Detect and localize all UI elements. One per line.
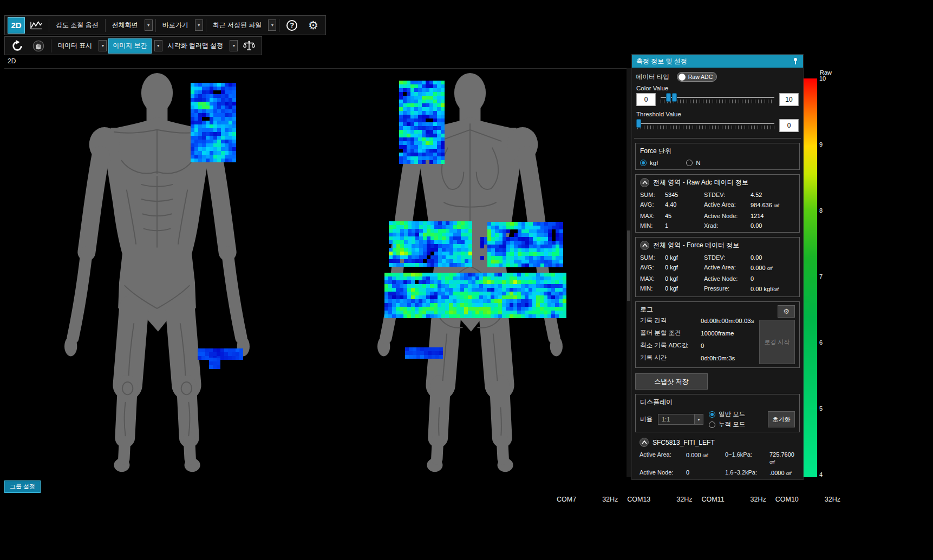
radio-selected-icon	[640, 160, 647, 166]
com-port-status: COM11 32Hz	[701, 496, 766, 503]
log-row-label: 기록 시간	[640, 354, 701, 362]
log-settings-button[interactable]: ⚙	[778, 305, 795, 318]
color-range-handle-high[interactable]	[672, 93, 677, 102]
body-map-view[interactable]	[4, 68, 627, 477]
colorbar-tick-label: 9	[819, 141, 826, 148]
stat-value: 725.7600 ㎠	[769, 451, 795, 466]
force-unit-n-option[interactable]: N	[686, 160, 700, 166]
shortcut-dropdown[interactable]: ▼	[195, 19, 203, 31]
threshold-slider[interactable]	[636, 118, 775, 133]
group-settings-button[interactable]: 그룹 설정	[4, 480, 41, 493]
stat-label: 1.6~3.2kPa:	[725, 469, 769, 477]
stat-label: MAX:	[640, 213, 665, 219]
chevron-down-icon: ▼	[270, 23, 274, 27]
color-min-input[interactable]	[636, 93, 656, 106]
stat-label: Active Node:	[704, 213, 751, 219]
log-row-value: 10000frame	[701, 330, 734, 337]
log-row: 기록 간격 0d.00h:00m:00.03s	[640, 314, 756, 327]
image-interpolation-dropdown[interactable]: ▼	[154, 40, 162, 51]
log-row-label: 기록 간격	[640, 317, 701, 325]
save-snapshot-button[interactable]: 스냅샷 저장	[635, 373, 708, 390]
color-max-input[interactable]	[779, 93, 799, 106]
colorbar-tick-label: 10	[819, 75, 826, 82]
com-port-rate: 32Hz	[825, 496, 840, 503]
force-unit-kgf-label: kgf	[650, 160, 658, 166]
slider-ticks	[637, 126, 774, 129]
chevron-up-icon	[642, 181, 648, 185]
cumulative-mode-label: 누적 모드	[719, 420, 745, 429]
colorbar	[804, 78, 817, 477]
colorbar-tick-label: 5	[819, 405, 826, 412]
start-logging-button[interactable]: 로깅 시작	[759, 320, 795, 364]
image-interpolation-button[interactable]: 이미지 보간	[108, 38, 151, 54]
cumulative-mode-option[interactable]: 누적 모드	[709, 420, 745, 429]
log-row-value: 0	[701, 342, 704, 349]
recent-files-button[interactable]: 최근 저장된 파일	[209, 18, 266, 33]
com-port-status: COM10 32Hz	[775, 496, 840, 503]
color-range-slider[interactable]	[660, 93, 775, 107]
force-unit-kgf-option[interactable]: kgf	[640, 160, 658, 166]
stat-value: 0.000 ㎠	[686, 451, 725, 466]
toolbar-separator	[155, 19, 156, 32]
pin-icon[interactable]	[792, 57, 799, 65]
log-row: 기록 시간 0d:0h:0m:3s	[640, 352, 756, 364]
divider	[634, 138, 801, 139]
fullscreen-dropdown[interactable]: ▼	[145, 19, 153, 31]
refresh-button[interactable]	[8, 38, 27, 54]
ratio-label: 비율	[640, 416, 653, 424]
log-section: 로그 기록 간격 0d.00h:00m:00.03s 폴더 분할 조건 1000…	[635, 301, 800, 368]
slider-track	[661, 97, 774, 98]
stat-value: 0	[686, 469, 725, 477]
data-display-button[interactable]: 데이터 표시	[54, 38, 96, 54]
calibration-button[interactable]	[239, 38, 259, 54]
data-display-dropdown[interactable]: ▼	[99, 40, 107, 51]
collapse-button[interactable]	[640, 178, 649, 187]
help-button[interactable]: ?	[282, 18, 302, 33]
force-unit-n-label: N	[696, 160, 700, 166]
force-info-section: 전체 영역 - Force 데이터 정보 SUM: 0 kgf STDEV: 0…	[635, 237, 800, 297]
gear-icon: ⚙	[783, 307, 790, 315]
data-type-toggle[interactable]: Raw ADC	[677, 72, 717, 82]
view-scrollbar[interactable]	[627, 68, 631, 477]
reset-button[interactable]: 초기화	[768, 411, 795, 427]
com-port-status: COM7 32Hz	[557, 496, 618, 503]
colormap-settings-button[interactable]: 시각화 컬러맵 설정	[164, 38, 227, 54]
normal-mode-option[interactable]: 일반 모드	[709, 410, 745, 418]
chevron-up-icon	[642, 440, 647, 444]
threshold-handle[interactable]	[636, 119, 641, 128]
stat-label: AVG:	[640, 201, 665, 209]
waveform-view-button[interactable]	[27, 18, 46, 33]
radio-selected-icon	[709, 411, 715, 418]
collapse-button[interactable]	[640, 438, 649, 447]
color-range-handle-low[interactable]	[666, 93, 671, 102]
view-tab-2d[interactable]: 2D	[8, 57, 16, 65]
ratio-select[interactable]: 1:1 ▼	[658, 414, 703, 425]
threshold-input[interactable]	[779, 119, 799, 132]
settings-button[interactable]: ⚙	[303, 18, 323, 33]
data-type-value: Raw ADC	[688, 74, 713, 80]
log-row-label: 최소 기록 ADC값	[640, 341, 701, 350]
colormap-dropdown[interactable]: ▼	[230, 40, 238, 51]
stat-label: SUM:	[640, 254, 665, 261]
stat-label: Active Node:	[704, 275, 751, 282]
view-2d-button[interactable]: 2D	[8, 17, 25, 34]
shortcut-button[interactable]: 바로가기	[159, 18, 192, 33]
log-row-value: 0d:0h:0m:3s	[701, 355, 735, 361]
colorbar-tick-label: 4	[819, 471, 826, 478]
toggle-knob	[678, 74, 686, 81]
com-port-rate: 32Hz	[751, 496, 766, 503]
stat-value: 0 kgf	[665, 254, 704, 261]
sensitivity-options-button[interactable]: 감도 조절 옵션	[52, 18, 102, 33]
collapse-button[interactable]	[640, 241, 649, 250]
scrollbar-thumb[interactable]	[627, 230, 630, 301]
stat-value: 4.52	[751, 192, 795, 198]
recent-files-dropdown[interactable]: ▼	[268, 19, 276, 31]
stat-label: MIN:	[640, 285, 665, 293]
fullscreen-button[interactable]: 전체화면	[108, 18, 142, 33]
com-port-status: COM13 32Hz	[627, 496, 692, 503]
pan-hand-button[interactable]	[29, 38, 48, 54]
status-bar: COM7 32Hz COM13 32Hz COM11 32Hz COM10 32…	[557, 496, 840, 503]
stat-label: Active Area:	[640, 451, 686, 466]
stat-value: 0	[751, 275, 795, 282]
com-port-rate: 32Hz	[602, 496, 618, 503]
